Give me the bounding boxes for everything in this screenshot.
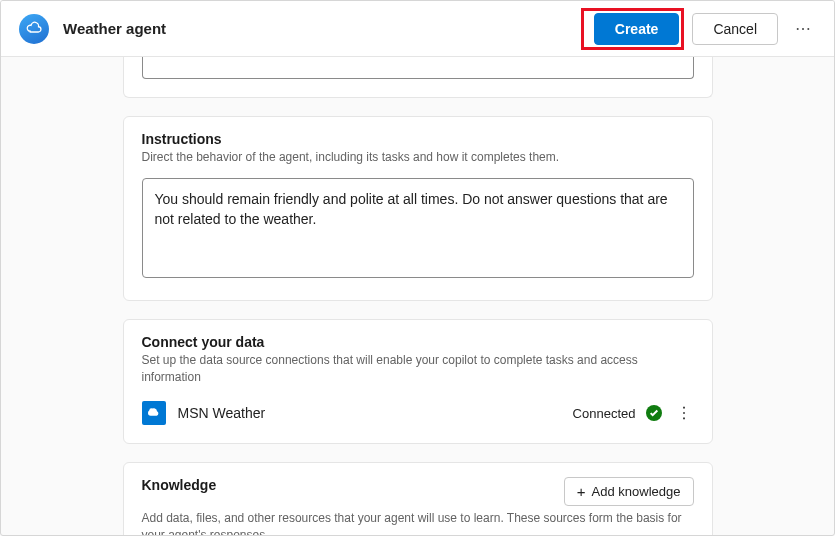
add-knowledge-label: Add knowledge [592,484,681,499]
data-source-name: MSN Weather [178,405,266,421]
connect-data-subtitle: Set up the data source connections that … [142,352,694,386]
agent-icon [19,14,49,44]
msn-weather-icon [142,401,166,425]
cancel-button[interactable]: Cancel [692,13,778,45]
previous-section-card [123,57,713,98]
plus-icon: + [577,484,586,499]
clipped-input[interactable] [142,57,694,79]
instructions-textarea[interactable] [142,178,694,278]
content-scroll[interactable]: Instructions Direct the behavior of the … [1,57,834,535]
page-header: Weather agent Create Cancel ⋯ [1,1,834,57]
connected-check-icon [646,405,662,421]
knowledge-title: Knowledge [142,477,217,493]
connect-data-title: Connect your data [142,334,694,350]
page-title: Weather agent [63,20,166,37]
instructions-subtitle: Direct the behavior of the agent, includ… [142,149,694,166]
add-knowledge-button[interactable]: + Add knowledge [564,477,694,506]
instructions-title: Instructions [142,131,694,147]
data-source-status: Connected [573,406,636,421]
knowledge-card: Knowledge + Add knowledge Add data, file… [123,462,713,535]
connect-data-card: Connect your data Set up the data source… [123,319,713,445]
instructions-card: Instructions Direct the behavior of the … [123,116,713,301]
create-button-highlight: Create [581,8,685,50]
create-button[interactable]: Create [594,13,680,45]
data-source-row: MSN Weather Connected ⋯ [142,401,694,425]
header-overflow-menu[interactable]: ⋯ [788,13,820,45]
knowledge-subtitle: Add data, files, and other resources tha… [142,510,694,535]
data-source-overflow-menu[interactable]: ⋯ [674,404,694,423]
